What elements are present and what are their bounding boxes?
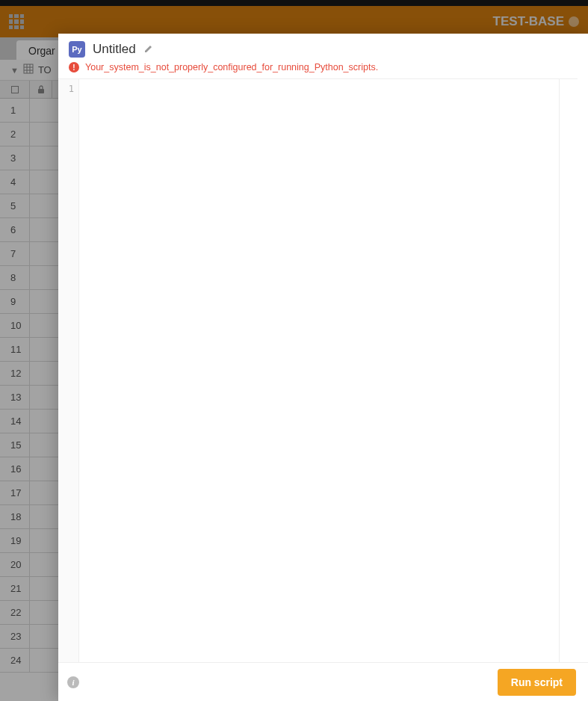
svg-rect-6 [38,89,44,93]
line-number: 1 [58,84,74,94]
row-number: 15 [0,433,30,457]
error-message: Your_system_is_not_properly_configured_f… [85,62,378,72]
table-name: TO [38,64,52,75]
info-icon [569,16,579,27]
row-number: 16 [0,457,30,481]
svg-rect-5 [11,86,18,93]
lock-icon [37,85,45,93]
row-number: 2 [0,123,30,146]
python-badge-icon: Py [69,41,85,58]
tab-label: Orgar [28,45,55,57]
svg-rect-0 [24,64,33,73]
row-number: 24 [0,649,30,672]
row-number: 23 [0,625,30,648]
row-number: 12 [0,362,30,385]
error-icon: ! [69,62,79,72]
app-header: TEST-BASE [0,6,588,37]
project-name: TEST-BASE [493,14,564,29]
row-number: 19 [0,529,30,552]
script-title: Untitled [93,42,136,57]
run-script-button[interactable]: Run script [498,669,576,696]
info-icon[interactable]: i [67,676,79,688]
select-all-cell[interactable] [0,81,30,98]
row-number: 22 [0,601,30,624]
editor-textarea[interactable] [79,79,560,662]
modal-header: Py Untitled [58,34,588,61]
row-number: 21 [0,577,30,600]
checkbox-icon [11,86,19,93]
editor-gutter: 1 [58,79,79,662]
row-number: 4 [0,170,30,194]
window-chrome-top [0,0,588,6]
row-number: 20 [0,553,30,576]
row-number: 11 [0,338,30,361]
modal-footer: i Run script [58,662,588,701]
project-name-display[interactable]: TEST-BASE [493,14,579,29]
error-banner: ! Your_system_is_not_properly_configured… [58,61,588,78]
row-number: 17 [0,481,30,504]
row-number: 14 [0,410,30,433]
script-editor-modal: Py Untitled ! Your_system_is_not_properl… [58,34,588,701]
row-number: 13 [0,386,30,409]
edit-title-icon[interactable] [143,43,154,56]
row-number: 8 [0,266,30,289]
row-number: 6 [0,218,30,241]
row-number: 18 [0,505,30,528]
lock-column [30,81,52,98]
row-number: 5 [0,194,30,217]
row-number: 7 [0,242,30,265]
code-editor: 1 [58,78,578,662]
row-number: 10 [0,314,30,337]
apps-menu-icon[interactable] [9,14,24,29]
row-number: 9 [0,290,30,313]
collapse-chevron-icon[interactable]: ▼ [10,66,19,75]
table-icon [23,64,34,77]
row-number: 1 [0,99,30,122]
row-number: 3 [0,146,30,170]
